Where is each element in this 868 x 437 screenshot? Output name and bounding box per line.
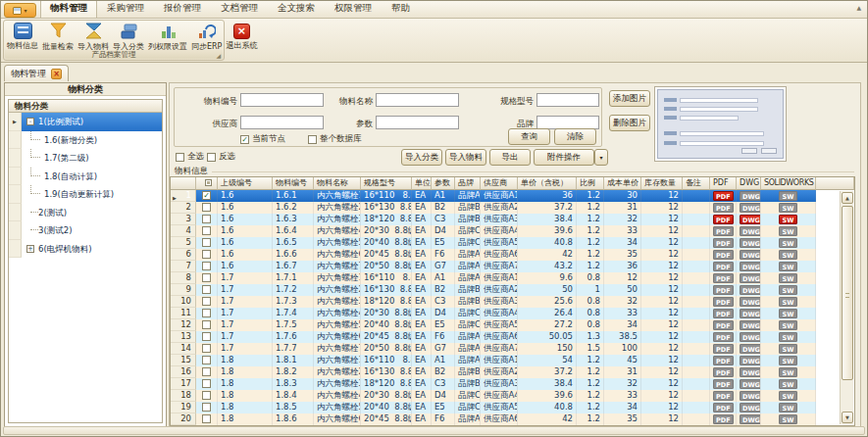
table-row[interactable]: 41.61.6.4内六角螺栓420*30 8.8级EAD4品牌C供应商A439.… xyxy=(171,225,854,237)
pdf-badge[interactable]: PDF xyxy=(713,391,734,401)
sw-badge[interactable]: SW xyxy=(779,379,797,389)
dwg-badge[interactable]: DWG xyxy=(740,203,761,213)
group-expand-icon[interactable]: ◢ xyxy=(216,51,221,60)
toolbar-button-7[interactable]: ×退出系统 xyxy=(224,22,259,52)
tree-node[interactable]: 1.9(自动更新计算) xyxy=(9,185,162,204)
ribbon-tab-5[interactable]: 全文搜索 xyxy=(268,0,325,18)
table-row[interactable]: 91.71.7.2内六角螺栓216*130 8.8级EAB2品牌B供应商A250… xyxy=(171,284,854,296)
spec-input[interactable] xyxy=(536,93,599,107)
sw-badge[interactable]: SW xyxy=(779,320,797,330)
sw-badge[interactable]: SW xyxy=(779,356,797,365)
delete-image-button[interactable]: 删除图片 xyxy=(609,115,650,131)
attachment-dropdown-button[interactable]: ▾ xyxy=(594,149,608,166)
sw-badge[interactable]: SW xyxy=(779,403,797,413)
row-number[interactable]: 17 xyxy=(171,378,196,390)
row-number[interactable]: 11 xyxy=(171,308,196,319)
application-menu-button[interactable]: ▾ xyxy=(4,3,36,18)
pdf-badge[interactable]: PDF xyxy=(713,273,734,283)
sw-badge[interactable]: SW xyxy=(779,332,797,342)
ribbon-collapse-icon[interactable]: ▲ xyxy=(856,4,861,11)
scroll-up-icon[interactable]: ▲ xyxy=(842,192,853,204)
tree-node[interactable]: 3(测试2) xyxy=(9,221,162,240)
tree-node[interactable]: 2(测试) xyxy=(9,204,162,222)
column-header-supplier[interactable]: 供应商 xyxy=(481,177,518,190)
material-image-thumbnail[interactable] xyxy=(654,86,787,162)
column-header-name[interactable]: 物料名称 xyxy=(314,177,361,190)
param-input[interactable] xyxy=(376,116,459,129)
scroll-down-icon[interactable]: ▼ xyxy=(842,412,853,423)
material-code-input[interactable] xyxy=(240,93,324,107)
ribbon-tab-6[interactable]: 权限管理 xyxy=(325,0,382,18)
dwg-badge[interactable]: DWG xyxy=(740,309,761,318)
dwg-badge[interactable]: DWG xyxy=(740,414,761,424)
tree-node[interactable]: 1.7(第二级) xyxy=(9,149,162,168)
sw-badge[interactable]: SW xyxy=(779,226,797,236)
cell-checkbox[interactable] xyxy=(196,237,218,249)
import-material-button[interactable]: 导入物料 xyxy=(445,149,486,166)
invert-selection-checkbox[interactable]: 反选 xyxy=(207,151,235,163)
pdf-badge[interactable]: PDF xyxy=(713,379,734,389)
pdf-badge[interactable]: PDF xyxy=(713,262,734,271)
sw-badge[interactable]: SW xyxy=(779,262,797,271)
column-header-stock[interactable]: 库存数量 xyxy=(641,177,683,190)
export-button[interactable]: 导出 xyxy=(489,149,531,166)
tree-node[interactable]: ▶-1(比例测试) xyxy=(9,113,162,131)
ribbon-tab-4[interactable]: 文档管理 xyxy=(211,0,268,18)
sw-badge[interactable]: SW xyxy=(779,191,797,201)
cell-checkbox[interactable] xyxy=(196,402,218,413)
row-number[interactable]: 15 xyxy=(171,355,196,366)
sw-badge[interactable]: SW xyxy=(779,367,797,377)
row-number[interactable]: 9 xyxy=(171,284,196,296)
pdf-badge[interactable]: PDF xyxy=(713,215,734,224)
import-category-button[interactable]: 导入分类 xyxy=(401,149,442,166)
select-all-checkbox[interactable]: 全选 xyxy=(176,151,204,163)
material-name-input[interactable] xyxy=(376,93,459,107)
sw-badge[interactable]: SW xyxy=(779,414,797,424)
pdf-badge[interactable]: PDF xyxy=(713,250,734,260)
table-row[interactable]: 111.71.7.4内六角螺栓420*30 8.8级EAD4品牌C供应商A426… xyxy=(171,308,854,319)
table-row[interactable]: 71.61.6.7内六角螺栓720*50 8.8级EAG7品牌A供应商A743.… xyxy=(171,261,854,272)
cell-checkbox[interactable] xyxy=(196,319,218,331)
cell-checkbox[interactable] xyxy=(196,214,218,225)
table-row[interactable]: 121.71.7.5内六角螺栓520*40 8.8级EAE5品牌C供应商A527… xyxy=(171,319,854,331)
pdf-badge[interactable]: PDF xyxy=(713,238,734,248)
sw-badge[interactable]: SW xyxy=(779,215,797,224)
row-number[interactable]: 6 xyxy=(171,249,196,261)
brand-input[interactable] xyxy=(536,116,599,129)
pdf-badge[interactable]: PDF xyxy=(713,320,734,330)
current-node-checkbox[interactable]: ✓ 当前节点 xyxy=(240,133,285,145)
sw-badge[interactable]: SW xyxy=(779,285,797,295)
sw-badge[interactable]: SW xyxy=(779,273,797,283)
table-row[interactable]: 141.71.7.7内六角螺栓720*50 8.8级EAG7品牌A供应商A715… xyxy=(171,343,854,355)
column-header-param[interactable]: 参数 xyxy=(432,177,455,190)
table-row[interactable]: 101.71.7.3内六角螺栓318*120 8.8级EAC3品牌B供应商A32… xyxy=(171,296,854,308)
pdf-badge[interactable]: PDF xyxy=(713,203,734,213)
expand-icon[interactable]: + xyxy=(26,245,34,253)
row-number[interactable]: 1▶ xyxy=(171,190,196,202)
column-header-note[interactable]: 备注 xyxy=(683,177,710,190)
ribbon-tab-3[interactable]: 报价管理 xyxy=(154,0,211,18)
dwg-badge[interactable]: DWG xyxy=(740,238,761,248)
ribbon-tab-7[interactable]: 帮助 xyxy=(382,0,420,18)
row-number[interactable]: 3 xyxy=(171,214,196,225)
row-number[interactable]: 4 xyxy=(171,225,196,237)
document-tab-material[interactable]: 物料管理 × xyxy=(4,65,69,81)
pdf-badge[interactable]: PDF xyxy=(713,414,734,424)
row-number[interactable]: 18 xyxy=(171,390,196,402)
toolbar-button-5[interactable]: 列权限设置 xyxy=(146,22,189,52)
sw-badge[interactable]: SW xyxy=(779,250,797,260)
column-header-check[interactable] xyxy=(196,177,218,190)
scrollbar-thumb[interactable] xyxy=(842,206,853,380)
sw-badge[interactable]: SW xyxy=(779,203,797,213)
cell-checkbox[interactable] xyxy=(196,284,218,296)
column-header-sw[interactable]: SOLIDWORKS xyxy=(761,177,816,190)
cell-checkbox[interactable] xyxy=(196,261,218,272)
table-row[interactable]: 201.81.8.6内六角螺栓620*45 8.8级EAF6品牌A供应商A642… xyxy=(171,413,854,425)
pdf-badge[interactable]: PDF xyxy=(713,285,734,295)
tree-node[interactable]: +6(电焊机物料) xyxy=(9,240,162,259)
cell-checkbox[interactable] xyxy=(196,202,218,214)
cell-checkbox[interactable] xyxy=(196,355,218,366)
column-header-code[interactable]: 物料编号 xyxy=(273,177,314,190)
row-number[interactable]: 10 xyxy=(171,296,196,308)
pdf-badge[interactable]: PDF xyxy=(713,309,734,318)
